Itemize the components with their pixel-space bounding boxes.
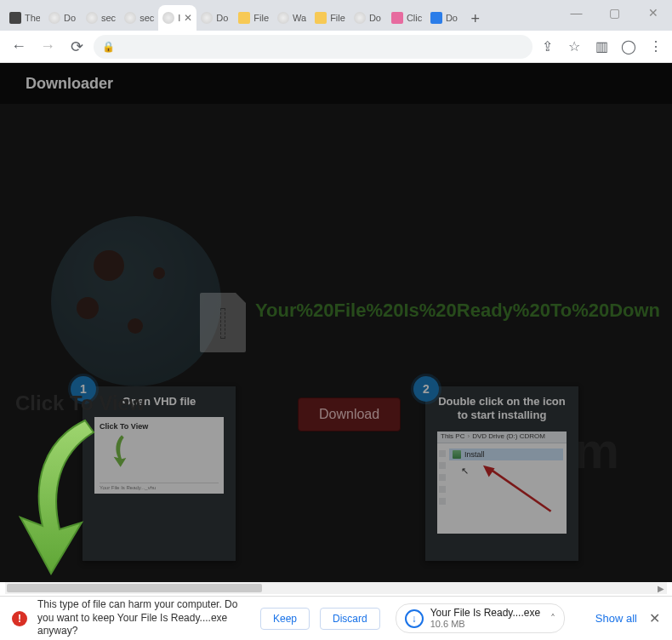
tab-title: Do bbox=[64, 13, 76, 23]
download-item[interactable]: ↓ Your File Is Ready....exe 10.6 MB ˄ bbox=[396, 603, 565, 633]
click-to-view-overlay: Click To View bbox=[9, 391, 145, 580]
step-card-2: 2 Double click on the icon to start inst… bbox=[425, 386, 578, 561]
svg-line-0 bbox=[489, 468, 551, 511]
share-icon[interactable]: ⇪ bbox=[538, 37, 556, 56]
tab-favicon-icon bbox=[162, 12, 174, 24]
install-item: Install bbox=[449, 449, 563, 460]
step-badge-2: 2 bbox=[413, 376, 439, 402]
cursor-icon: ↖ bbox=[461, 466, 469, 477]
watermark-graphic bbox=[51, 216, 221, 386]
new-tab-button[interactable]: + bbox=[464, 7, 487, 31]
back-button[interactable]: ← bbox=[7, 35, 31, 59]
tab-title: File bbox=[330, 13, 345, 23]
tab-title: I bbox=[178, 13, 180, 23]
show-all-link[interactable]: Show all bbox=[595, 612, 637, 625]
tab-close-icon[interactable]: ✕ bbox=[184, 12, 192, 24]
tab-favicon-icon bbox=[238, 12, 250, 24]
window-minimize-button[interactable]: — bbox=[557, 0, 595, 26]
browser-tab[interactable]: File bbox=[234, 5, 273, 31]
browser-tab[interactable]: Wa bbox=[273, 5, 310, 31]
download-filename: Your File Is Ready....exe bbox=[430, 608, 540, 619]
explorer-breadcrumb: This PC›DVD Drive (D:) CDROM bbox=[437, 431, 567, 443]
scrollbar-thumb[interactable] bbox=[7, 584, 262, 592]
tab-favicon-icon bbox=[48, 12, 60, 24]
side-panel-icon[interactable]: ▥ bbox=[592, 37, 611, 56]
browser-tab[interactable]: File bbox=[310, 5, 350, 31]
address-bar: ← → ⟳ 🔒 ⇪ ☆ ▥ ◯ ⋮ bbox=[0, 31, 672, 63]
page-title: Downloader bbox=[0, 63, 672, 104]
browser-tab[interactable]: Do bbox=[350, 5, 387, 31]
zip-file-icon bbox=[200, 293, 246, 352]
kebab-menu-icon[interactable]: ⋮ bbox=[646, 37, 665, 56]
tab-title: The bbox=[25, 13, 40, 23]
download-button[interactable]: Download bbox=[298, 397, 401, 431]
tab-favicon-icon bbox=[354, 12, 366, 24]
step2-preview: This PC›DVD Drive (D:) CDROM Install ↖ bbox=[437, 431, 567, 534]
tab-favicon-icon bbox=[86, 12, 98, 24]
lock-icon: 🔒 bbox=[102, 41, 115, 53]
tab-title: sec bbox=[101, 13, 116, 23]
tab-favicon-icon bbox=[430, 12, 442, 24]
browser-tab[interactable]: The bbox=[5, 5, 44, 31]
tab-favicon-icon bbox=[315, 12, 327, 24]
ready-heading: Your%20File%20Is%20Ready%20To%20Down bbox=[255, 300, 660, 322]
forward-button[interactable]: → bbox=[36, 35, 60, 59]
download-warning-text: This type of file can harm your computer… bbox=[37, 598, 250, 638]
tab-favicon-icon bbox=[277, 12, 289, 24]
keep-button[interactable]: Keep bbox=[260, 608, 310, 630]
tab-title: File bbox=[253, 13, 269, 23]
tab-title: Clic bbox=[407, 13, 422, 23]
discard-button[interactable]: Discard bbox=[320, 608, 380, 630]
installer-icon bbox=[453, 450, 461, 459]
browser-tab[interactable]: Clic bbox=[387, 5, 426, 31]
download-filesize: 10.6 MB bbox=[430, 619, 540, 629]
download-progress-icon: ↓ bbox=[405, 609, 424, 628]
step2-title: Double click on the icon to start instal… bbox=[425, 386, 578, 431]
tab-favicon-icon bbox=[201, 12, 213, 24]
warning-icon: ! bbox=[12, 611, 27, 626]
browser-tab[interactable]: I✕ bbox=[158, 5, 196, 31]
tab-favicon-icon bbox=[124, 12, 136, 24]
horizontal-scrollbar[interactable]: ▶ bbox=[5, 582, 667, 594]
tab-title: Wa bbox=[293, 13, 306, 23]
window-maximize-button[interactable]: ▢ bbox=[595, 0, 634, 26]
tab-title: Do bbox=[446, 13, 458, 23]
shelf-close-icon[interactable]: ✕ bbox=[649, 610, 660, 626]
red-arrow-icon bbox=[480, 464, 556, 515]
big-down-arrow-icon bbox=[9, 415, 111, 577]
tab-title: sec bbox=[140, 13, 154, 23]
click-to-view-text: Click To View bbox=[15, 391, 145, 415]
download-shelf: ! This type of file can harm your comput… bbox=[0, 596, 672, 640]
bookmark-star-icon[interactable]: ☆ bbox=[565, 37, 584, 56]
tab-favicon-icon bbox=[9, 12, 21, 24]
browser-tab[interactable]: sec bbox=[82, 5, 120, 31]
browser-tab[interactable]: Do bbox=[426, 5, 464, 31]
profile-avatar-icon[interactable]: ◯ bbox=[619, 37, 638, 56]
reload-button[interactable]: ⟳ bbox=[65, 35, 88, 59]
tab-favicon-icon bbox=[391, 12, 403, 24]
browser-tab[interactable]: Do bbox=[44, 5, 82, 31]
window-close-button[interactable]: ✕ bbox=[634, 0, 672, 26]
omnibox[interactable]: 🔒 bbox=[94, 35, 532, 59]
tab-title: Do bbox=[369, 13, 381, 23]
browser-tab[interactable]: Do bbox=[196, 5, 234, 31]
scroll-right-arrow-icon[interactable]: ▶ bbox=[655, 584, 667, 593]
chevron-up-icon[interactable]: ˄ bbox=[550, 613, 555, 625]
tab-title: Do bbox=[216, 13, 228, 23]
browser-tab[interactable]: sec bbox=[120, 5, 158, 31]
